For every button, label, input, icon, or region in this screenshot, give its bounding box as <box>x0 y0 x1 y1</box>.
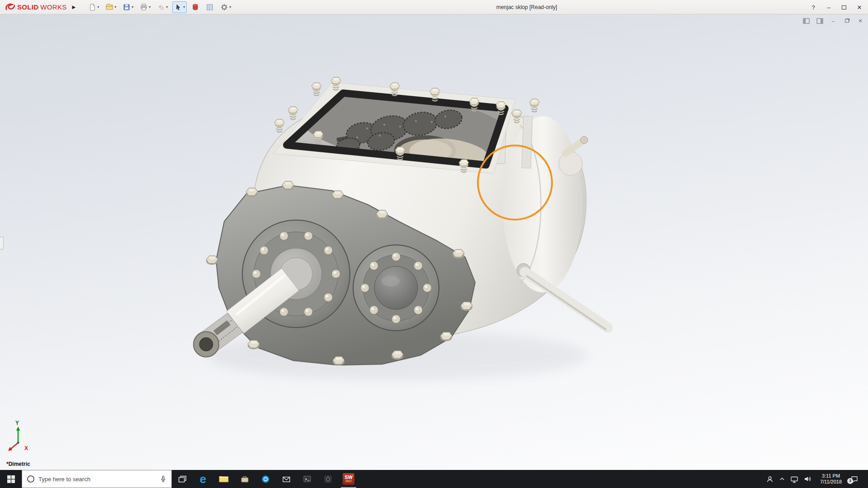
quick-toolbar: ▾ ▾ ▾ ▾ ▾ <box>86 1 233 13</box>
start-button[interactable] <box>0 470 22 488</box>
store-bag-icon <box>241 475 249 483</box>
task-view-icon <box>178 475 187 483</box>
people-icon <box>766 475 774 483</box>
restore-icon <box>845 19 849 23</box>
cortana-icon <box>27 475 35 483</box>
gearbox-model[interactable] <box>193 77 608 366</box>
pane-left-button[interactable] <box>802 17 810 24</box>
network-button[interactable] <box>790 475 798 483</box>
window-title: menjac sklop [Read-only] <box>496 4 557 10</box>
new-document-button[interactable]: ▾ <box>86 1 101 13</box>
clock-time: 3:11 PM <box>816 473 845 479</box>
new-document-icon <box>88 3 96 11</box>
open-button[interactable]: ▾ <box>104 1 118 13</box>
network-icon <box>790 475 798 483</box>
appearances-button[interactable] <box>189 1 201 13</box>
dark-app-icon <box>324 475 332 483</box>
taskbar-search-box[interactable]: Type here to search <box>22 470 172 488</box>
triad-x-label: X <box>24 445 28 451</box>
triad-y-label: Y <box>15 420 19 426</box>
graphics-viewport[interactable]: – ✕ <box>0 14 868 470</box>
gear-icon <box>220 3 228 11</box>
view-orientation-label: *Dimetric <box>6 461 30 467</box>
bolt-boss-pillar <box>522 116 533 169</box>
hidden-icons-button[interactable] <box>779 476 785 482</box>
pane-right-button[interactable] <box>816 17 824 24</box>
titlebar: SOLIDWORKS ▶ ▾ ▾ ▾ ▾ <box>0 0 868 14</box>
mail-envelope-icon <box>282 475 291 483</box>
options-button[interactable]: ▾ <box>218 1 233 13</box>
windows-logo-icon <box>7 475 15 483</box>
skype-icon <box>261 475 270 483</box>
taskbar-app-edge[interactable]: e <box>193 470 213 488</box>
close-button[interactable]: ✕ <box>852 0 867 14</box>
action-center-button[interactable]: 3 <box>850 475 859 483</box>
dropdown-caret[interactable]: ▾ <box>132 5 133 9</box>
select-cursor-icon <box>174 3 182 11</box>
sw-icon-year: 2017 <box>345 480 352 483</box>
brand-text-light: WORKS <box>40 3 66 11</box>
solidworks-2017-icon: SW 2017 <box>343 473 354 485</box>
volume-button[interactable] <box>803 475 811 483</box>
select-tool-button[interactable]: ▾ <box>172 1 187 13</box>
dropdown-caret[interactable]: ▾ <box>149 5 151 9</box>
clock-date: 7/11/2018 <box>816 479 845 485</box>
file-explorer-icon <box>219 475 229 483</box>
terminal-icon <box>303 475 311 483</box>
task-view-button[interactable] <box>172 470 193 488</box>
maximize-icon <box>842 5 846 9</box>
maximize-button[interactable] <box>836 0 852 14</box>
taskbar-app-mail[interactable] <box>276 470 297 488</box>
taskbar-app-solidworks[interactable]: SW 2017 <box>338 470 359 488</box>
right-end-cylinder[interactable] <box>503 116 582 292</box>
dropdown-caret[interactable]: ▾ <box>183 5 185 9</box>
speaker-icon <box>803 475 811 483</box>
taskbar-clock[interactable]: 3:11 PM 7/11/2018 <box>816 473 845 485</box>
evaluate-button[interactable] <box>204 1 216 13</box>
document-window-controls: – ✕ <box>802 17 864 24</box>
doc-close-button[interactable]: ✕ <box>856 17 864 24</box>
dropdown-caret[interactable]: ▾ <box>229 5 231 9</box>
output-bearing-cover[interactable] <box>353 245 439 331</box>
dropdown-caret[interactable]: ▾ <box>114 5 116 9</box>
print-icon <box>140 3 148 11</box>
doc-restore-button[interactable] <box>843 17 851 24</box>
ds-swirl-icon <box>5 3 15 12</box>
dropdown-caret[interactable]: ▾ <box>97 5 99 9</box>
chevron-up-icon <box>779 476 785 482</box>
orientation-triad: Y X <box>8 420 28 451</box>
edge-icon: e <box>200 473 206 485</box>
windows-taskbar: Type here to search e <box>0 470 868 488</box>
notification-badge: 3 <box>847 478 853 484</box>
undo-icon <box>157 3 165 11</box>
print-button[interactable]: ▾ <box>138 1 152 13</box>
undo-button[interactable]: ▾ <box>155 1 170 13</box>
save-button[interactable]: ▾ <box>121 1 135 13</box>
search-placeholder-text: Type here to search <box>38 476 156 483</box>
solidworks-logo: SOLIDWORKS <box>0 3 71 12</box>
appearance-cylinder-icon <box>191 3 199 11</box>
taskbar-app-file-explorer[interactable] <box>213 470 234 488</box>
dropdown-caret[interactable]: ▾ <box>166 5 168 9</box>
taskbar-app-dark[interactable] <box>317 470 338 488</box>
window-controls: ? – ✕ <box>806 0 867 14</box>
open-folder-icon <box>105 3 113 11</box>
report-table-icon <box>206 3 214 11</box>
microphone-icon[interactable] <box>160 475 167 483</box>
taskbar-app-skype[interactable] <box>255 470 276 488</box>
people-button[interactable] <box>766 475 774 483</box>
taskbar-app-command-prompt[interactable] <box>297 470 317 488</box>
doc-minimize-button[interactable]: – <box>829 17 837 24</box>
model-canvas[interactable]: Y X <box>0 14 868 470</box>
save-icon <box>123 3 131 11</box>
taskbar-app-store[interactable] <box>234 470 255 488</box>
system-tray: 3:11 PM 7/11/2018 3 <box>766 470 868 488</box>
minimize-button[interactable]: – <box>821 0 836 14</box>
help-button[interactable]: ? <box>806 0 821 14</box>
brand-text-bold: SOLID <box>17 3 38 11</box>
menu-expander-arrow[interactable]: ▶ <box>72 5 76 9</box>
